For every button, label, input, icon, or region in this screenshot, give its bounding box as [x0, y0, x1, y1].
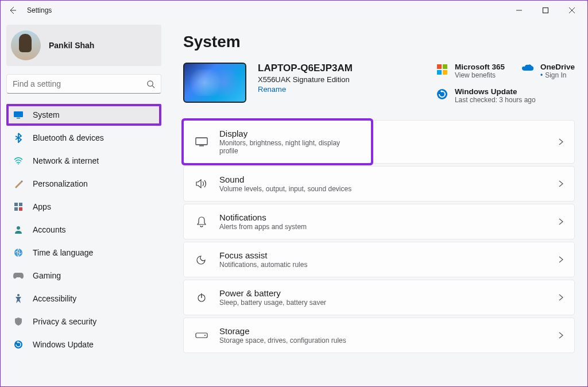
- content-area: System LAPTOP-Q6EJP3AM X556UAK Signature…: [167, 20, 587, 386]
- setting-item-notifications[interactable]: Notifications Alerts from apps and syste…: [183, 204, 575, 239]
- status-onedrive[interactable]: OneDrive •Sign In: [521, 63, 575, 79]
- setting-sub: Monitors, brightness, night light, displ…: [219, 139, 361, 155]
- svg-rect-5: [14, 203, 18, 206]
- personalization-icon: [12, 179, 25, 189]
- device-model: X556UAK Signature Edition: [258, 75, 353, 84]
- status-microsoft365[interactable]: Microsoft 365 View benefits: [435, 63, 505, 79]
- minimize-button[interactable]: [506, 1, 532, 20]
- status-title: Windows Update: [455, 87, 536, 96]
- setting-sub: Alerts from apps and system: [219, 223, 307, 231]
- device-thumbnail[interactable]: [183, 63, 246, 103]
- page-title: System: [183, 33, 575, 51]
- sound-icon: [194, 179, 209, 189]
- setting-item-power[interactable]: Power & battery Sleep, battery usage, ba…: [183, 280, 575, 315]
- nav-item-time[interactable]: Time & language: [6, 242, 161, 264]
- nav-label: Bluetooth & devices: [33, 133, 104, 142]
- back-button[interactable]: [3, 1, 22, 20]
- nav-item-accessibility[interactable]: Accessibility: [6, 288, 161, 309]
- device-name: LAPTOP-Q6EJP3AM: [258, 63, 353, 74]
- nav-item-personalization[interactable]: Personalization: [6, 173, 161, 195]
- svg-rect-13: [437, 64, 442, 69]
- svg-rect-2: [14, 111, 23, 117]
- chevron-right-icon: [558, 331, 564, 339]
- nav-item-privacy[interactable]: Privacy & security: [6, 311, 161, 332]
- settings-list: Display Monitors, brightness, night ligh…: [183, 120, 575, 353]
- nav-item-system[interactable]: System: [6, 104, 161, 126]
- setting-item-display[interactable]: Display Monitors, brightness, night ligh…: [184, 121, 371, 163]
- search-icon: [146, 80, 155, 88]
- search-box[interactable]: [6, 74, 161, 94]
- nav-item-accounts[interactable]: Accounts: [6, 219, 161, 241]
- nav-item-bluetooth[interactable]: Bluetooth & devices: [6, 127, 161, 149]
- status-sub: Last checked: 3 hours ago: [455, 96, 536, 104]
- accounts-icon: [12, 225, 25, 234]
- update-icon: [12, 340, 25, 349]
- setting-title: Focus assist: [219, 250, 307, 260]
- nav-label: Personalization: [33, 179, 88, 188]
- chevron-right-icon: [558, 138, 564, 146]
- chevron-right-icon: [558, 256, 564, 264]
- search-input[interactable]: [13, 79, 146, 88]
- setting-title: Display: [219, 129, 361, 138]
- svg-rect-7: [14, 207, 18, 211]
- nav-label: Time & language: [33, 248, 93, 257]
- user-card[interactable]: Pankil Shah: [6, 25, 161, 66]
- titlebar: Settings: [1, 1, 587, 20]
- device-row: LAPTOP-Q6EJP3AM X556UAK Signature Editio…: [183, 63, 575, 104]
- setting-sub: Sleep, battery usage, battery saver: [219, 299, 326, 307]
- nav-item-gaming[interactable]: Gaming: [6, 265, 161, 287]
- svg-rect-3: [17, 118, 20, 119]
- notifications-icon: [194, 216, 209, 227]
- system-icon: [12, 111, 25, 119]
- status-sub: View benefits: [455, 71, 505, 79]
- setting-title: Notifications: [219, 212, 307, 222]
- chevron-right-icon: [558, 218, 564, 226]
- sidebar: Pankil Shah System Bluetooth & devices N…: [1, 20, 167, 386]
- setting-title: Storage: [219, 326, 346, 336]
- onedrive-icon: [521, 64, 535, 72]
- nav-label: Windows Update: [33, 340, 94, 349]
- svg-rect-8: [19, 207, 22, 211]
- focus-icon: [194, 254, 209, 265]
- setting-sub: Notifications, automatic rules: [219, 261, 307, 269]
- svg-point-11: [17, 294, 20, 296]
- svg-point-21: [204, 335, 206, 336]
- privacy-icon: [12, 317, 25, 326]
- status-windows-update[interactable]: Windows Update Last checked: 3 hours ago: [435, 87, 575, 104]
- svg-rect-6: [19, 203, 22, 206]
- network-icon: [12, 157, 25, 165]
- status-sub: •Sign In: [540, 71, 575, 79]
- svg-point-4: [18, 164, 19, 165]
- chevron-right-icon: [558, 293, 564, 301]
- nav-label: Network & internet: [33, 156, 99, 165]
- nav-label: Gaming: [33, 271, 61, 280]
- status-title: OneDrive: [540, 63, 575, 71]
- gaming-icon: [12, 272, 25, 280]
- accessibility-icon: [12, 293, 25, 304]
- setting-item-sound[interactable]: Sound Volume levels, output, input, soun…: [183, 166, 575, 202]
- setting-sub: Storage space, drives, configuration rul…: [219, 336, 346, 345]
- nav-list: System Bluetooth & devices Network & int…: [6, 104, 161, 355]
- setting-item-focus[interactable]: Focus assist Notifications, automatic ru…: [183, 242, 575, 277]
- maximize-button[interactable]: [532, 1, 559, 20]
- svg-rect-0: [543, 8, 548, 13]
- svg-rect-15: [437, 70, 442, 75]
- nav-item-update[interactable]: Windows Update: [6, 334, 161, 355]
- nav-item-network[interactable]: Network & internet: [6, 150, 161, 172]
- rename-link[interactable]: Rename: [258, 85, 286, 94]
- microsoft-icon: [435, 64, 449, 75]
- display-icon: [194, 137, 209, 146]
- close-button[interactable]: [559, 1, 585, 20]
- apps-icon: [12, 202, 25, 211]
- time-icon: [12, 248, 25, 257]
- svg-rect-14: [443, 64, 447, 69]
- nav-label: Apps: [33, 202, 51, 211]
- svg-rect-18: [196, 138, 207, 145]
- setting-sub: Volume levels, output, input, sound devi…: [219, 185, 351, 193]
- svg-rect-16: [443, 70, 447, 75]
- power-icon: [194, 292, 209, 303]
- nav-label: Accessibility: [33, 294, 76, 303]
- nav-item-apps[interactable]: Apps: [6, 196, 161, 218]
- setting-item-storage[interactable]: Storage Storage space, drives, configura…: [183, 318, 575, 353]
- status-title: Microsoft 365: [455, 63, 505, 71]
